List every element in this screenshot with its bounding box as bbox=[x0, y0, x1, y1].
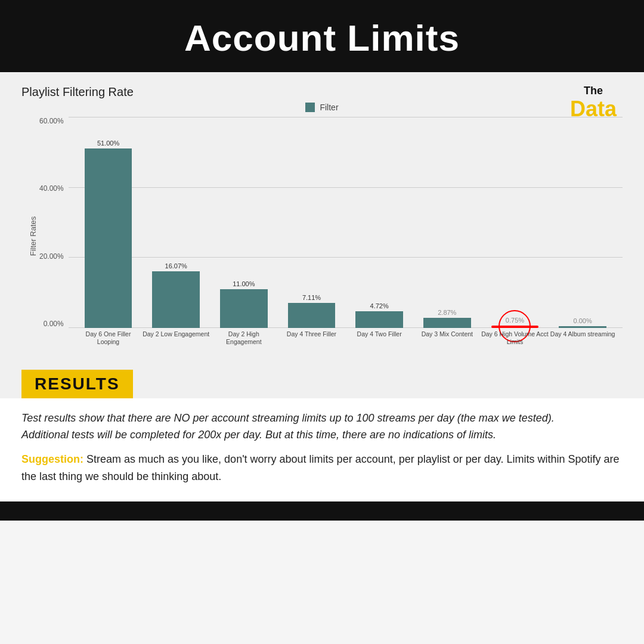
y-axis: 60.00% 40.00% 20.00% 0.00% bbox=[39, 117, 69, 355]
suggestion-row: Suggestion: Stream as much as you like, … bbox=[21, 451, 623, 485]
footer bbox=[0, 501, 644, 521]
bar-rect bbox=[152, 271, 200, 328]
x-labels: Day 6 One Filler LoopingDay 2 Low Engage… bbox=[69, 328, 623, 355]
bar-group: 51.00% bbox=[75, 117, 143, 328]
chart-legend: Filter bbox=[21, 103, 623, 112]
legend-label: Filter bbox=[320, 103, 338, 112]
results-paragraph1: Test results show that there are NO per … bbox=[21, 410, 623, 444]
page-header: Account Limits bbox=[0, 0, 644, 72]
bar-group: 16.07% bbox=[142, 117, 210, 328]
bar-rect bbox=[220, 289, 268, 328]
x-label: Day 3 Mix Content bbox=[413, 328, 481, 355]
bar-value-label: 2.87% bbox=[438, 309, 456, 316]
page-title: Account Limits bbox=[12, 17, 632, 59]
bar-rect bbox=[288, 303, 336, 328]
x-label: Day 4 Three Filler bbox=[278, 328, 346, 355]
bar-value-label: 0.75% bbox=[506, 317, 524, 324]
bar-value-label: 51.00% bbox=[97, 140, 119, 147]
bars-container: 51.00%16.07%11.00%7.11%4.72%2.87%0.75%0.… bbox=[69, 117, 623, 328]
legend-color-box bbox=[305, 103, 315, 112]
bar-rect bbox=[423, 318, 471, 328]
bar-value-label: 0.00% bbox=[574, 317, 592, 324]
bar-value-label: 16.07% bbox=[165, 262, 187, 270]
bar-value-label: 7.11% bbox=[302, 294, 321, 301]
chart-section: Playlist Filtering Rate The Data Filter … bbox=[21, 85, 623, 361]
results-banner: RESULTS bbox=[21, 370, 133, 398]
bar-group: 11.00% bbox=[210, 117, 278, 328]
chart-area: Filter Rates 60.00% 40.00% 20.00% 0.00% bbox=[21, 117, 623, 355]
y-label-60: 60.00% bbox=[39, 117, 64, 125]
bar-rect bbox=[85, 148, 132, 328]
x-label: Day 4 Album streaming bbox=[549, 328, 617, 355]
x-label: Day 6 High Volume Acct Limits bbox=[481, 328, 549, 355]
bar-value-label: 4.72% bbox=[370, 302, 389, 309]
y-label-40: 40.00% bbox=[39, 184, 64, 193]
y-label-0: 0.00% bbox=[44, 320, 64, 328]
bar-value-label: 11.00% bbox=[233, 280, 255, 287]
bar-group: 2.87% bbox=[413, 117, 481, 328]
bar-rect bbox=[355, 311, 403, 328]
y-label-20: 20.00% bbox=[39, 252, 64, 261]
results-section: Test results show that there are NO per … bbox=[0, 398, 644, 501]
chart-inner: 51.00%16.07%11.00%7.11%4.72%2.87%0.75%0.… bbox=[69, 117, 623, 355]
logo-the: The bbox=[570, 85, 617, 97]
bar-group: 0.00% bbox=[549, 117, 617, 328]
bar-group: 0.75% bbox=[481, 117, 549, 328]
logo: The Data bbox=[570, 85, 617, 120]
x-label: Day 2 Low Engagement bbox=[142, 328, 210, 355]
results-banner-label: RESULTS bbox=[35, 374, 120, 393]
main-content: Playlist Filtering Rate The Data Filter … bbox=[0, 72, 644, 398]
suggestion-text: Stream as much as you like, don't worry … bbox=[21, 453, 620, 482]
bar-group: 7.11% bbox=[278, 117, 346, 328]
y-axis-title: Filter Rates bbox=[29, 216, 38, 256]
x-label: Day 6 One Filler Looping bbox=[75, 328, 143, 355]
x-label: Day 4 Two Filler bbox=[345, 328, 413, 355]
x-label: Day 2 High Engagement bbox=[210, 328, 278, 355]
chart-title: Playlist Filtering Rate bbox=[21, 85, 623, 99]
bar-group: 4.72% bbox=[345, 117, 413, 328]
suggestion-label: Suggestion: bbox=[21, 453, 83, 465]
